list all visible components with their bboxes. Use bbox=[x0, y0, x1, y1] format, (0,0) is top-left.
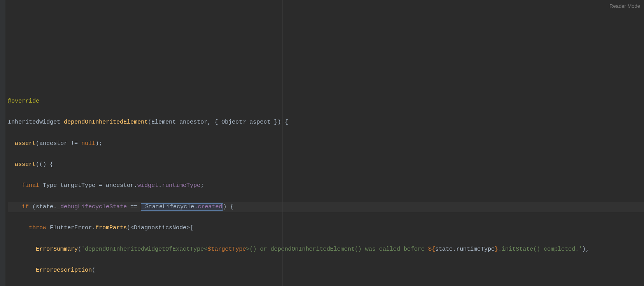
code-line-highlighted: if (state._debugLifecycleState == _State… bbox=[8, 202, 644, 212]
code-editor[interactable]: @override InheritedWidget dependOnInheri… bbox=[0, 85, 644, 286]
reader-mode-button[interactable]: Reader Mode bbox=[609, 1, 640, 11]
code-line: ErrorSummary('dependOnInheritedWidgetOfE… bbox=[8, 244, 644, 255]
code-line: ErrorDescription( bbox=[8, 265, 644, 276]
vertical-guide bbox=[282, 0, 283, 286]
annotation: @override bbox=[8, 98, 39, 105]
editor-gutter bbox=[0, 0, 5, 286]
code-line: assert(() { bbox=[8, 159, 644, 170]
code-line: throw FlutterError.fromParts(<Diagnostic… bbox=[8, 223, 644, 233]
code-line: @override bbox=[8, 96, 644, 106]
code-line: final Type targetType = ancestor.widget.… bbox=[8, 180, 644, 191]
selection-highlight: _StateLifecycle.created bbox=[141, 203, 223, 211]
code-line: assert(ancestor != null); bbox=[8, 138, 644, 149]
code-line: InheritedWidget dependOnInheritedElement… bbox=[8, 117, 644, 127]
